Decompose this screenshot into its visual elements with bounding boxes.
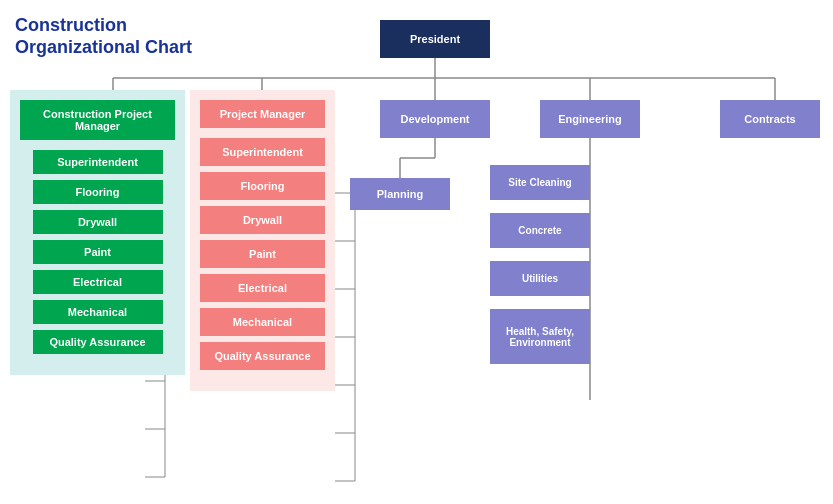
- left-drywall: Drywall: [33, 210, 163, 234]
- site-cleaning-label: Site Cleaning: [508, 177, 571, 188]
- chart-title: Construction Organizational Chart: [15, 15, 192, 58]
- planning-box: Planning: [350, 178, 450, 210]
- contracts-box: Contracts: [720, 100, 820, 138]
- left-paint: Paint: [33, 240, 163, 264]
- development-box: Development: [380, 100, 490, 138]
- planning-label: Planning: [377, 188, 423, 200]
- president-box: President: [380, 20, 490, 58]
- engineering-label: Engineering: [558, 113, 622, 125]
- title-line1: Construction: [15, 15, 127, 35]
- pink-quality-assurance: Quality Assurance: [200, 342, 325, 370]
- utilities-label: Utilities: [522, 273, 558, 284]
- president-label: President: [410, 33, 460, 45]
- health-safety-label: Health, Safety, Environment: [494, 326, 586, 348]
- concrete-box: Concrete: [490, 213, 590, 248]
- utilities-box: Utilities: [490, 261, 590, 296]
- pink-drywall: Drywall: [200, 206, 325, 234]
- left-electrical: Electrical: [33, 270, 163, 294]
- left-superintendent: Superintendent: [33, 150, 163, 174]
- health-safety-box: Health, Safety, Environment: [490, 309, 590, 364]
- cpm-box: Construction Project Manager: [20, 100, 175, 140]
- left-flooring: Flooring: [33, 180, 163, 204]
- pink-section: Project Manager Superintendent Flooring …: [190, 90, 335, 391]
- left-quality-assurance: Quality Assurance: [33, 330, 163, 354]
- engineering-box: Engineering: [540, 100, 640, 138]
- pink-paint: Paint: [200, 240, 325, 268]
- pink-electrical: Electrical: [200, 274, 325, 302]
- contracts-label: Contracts: [744, 113, 795, 125]
- chart-container: Construction Organizational Chart Presid…: [0, 0, 833, 504]
- development-label: Development: [400, 113, 469, 125]
- left-mechanical: Mechanical: [33, 300, 163, 324]
- project-manager-box: Project Manager: [200, 100, 325, 128]
- pink-flooring: Flooring: [200, 172, 325, 200]
- title-line2: Organizational Chart: [15, 37, 192, 57]
- pink-mechanical: Mechanical: [200, 308, 325, 336]
- concrete-label: Concrete: [518, 225, 561, 236]
- pink-superintendent: Superintendent: [200, 138, 325, 166]
- site-cleaning-box: Site Cleaning: [490, 165, 590, 200]
- left-section: Construction Project Manager Superintend…: [10, 90, 185, 375]
